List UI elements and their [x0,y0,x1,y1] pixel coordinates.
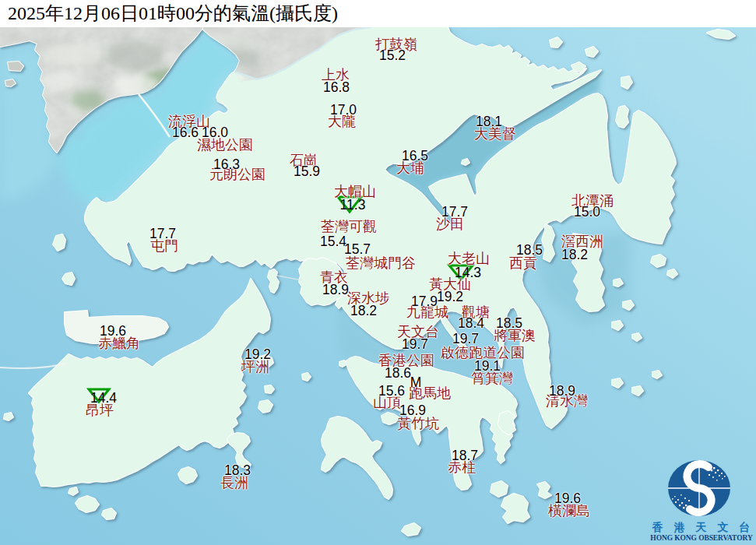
logo-english-text: HONG KONG OBSERVATORY [650,534,752,542]
logo-chinese-text: 香 港 天 文 台 [652,521,754,535]
islet [102,508,116,519]
islet [462,159,469,165]
land-tsing-yi [299,258,344,305]
land-peng-chau [257,355,273,367]
hong-kong-map [0,0,756,545]
islet [491,481,508,497]
temperature-map: 2025年12月06日01時00分的氣溫(攝氏度) 打鼓嶺15.2上水16.8大… [0,0,756,545]
title-bar: 2025年12月06日01時00分的氣溫(攝氏度) [0,0,756,27]
islet [8,62,23,71]
map-title: 2025年12月06日01時00分的氣溫(攝氏度) [8,1,338,26]
islet [302,373,311,381]
islet [339,360,346,367]
islet [258,400,273,413]
islet [265,385,274,393]
hko-logo [668,460,730,516]
